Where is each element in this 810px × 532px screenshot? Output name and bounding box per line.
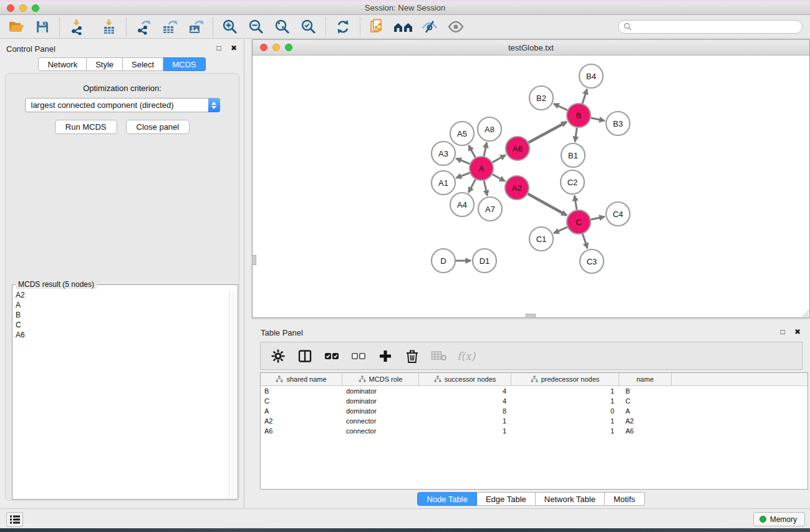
save-session-button[interactable] [32, 17, 52, 37]
table-row[interactable]: A6 connector 1 1 A6 [261, 426, 808, 436]
graph-node-B[interactable]: B [567, 104, 591, 127]
deselect-all-button[interactable] [350, 347, 367, 365]
mcds-result-list[interactable]: A2 A B C A6 [13, 290, 229, 498]
list-item[interactable]: A6 [13, 330, 229, 340]
table-settings-button[interactable] [269, 347, 287, 365]
export-image-button[interactable] [186, 17, 206, 37]
export-network-button[interactable] [133, 17, 153, 37]
table-row[interactable]: A dominator 8 0 A [261, 406, 808, 416]
graph-node-A[interactable]: A [470, 157, 493, 180]
criterion-select[interactable]: largest connected component (directed) [25, 98, 220, 112]
graph-node-C4[interactable]: C4 [606, 202, 630, 226]
graph-edge-A6-B[interactable] [529, 122, 567, 142]
graph-node-B4[interactable]: B4 [579, 64, 603, 88]
export-table-button[interactable] [160, 17, 180, 37]
graph-edge-C-C1[interactable] [554, 227, 567, 233]
scrollbar-track[interactable] [229, 290, 237, 498]
list-item[interactable]: A2 [13, 290, 229, 300]
tab-style[interactable]: Style [87, 57, 123, 71]
list-item[interactable]: A [13, 300, 229, 310]
split-columns-button[interactable] [296, 347, 314, 365]
splitter-stub-left[interactable] [252, 255, 256, 265]
function-builder-button[interactable]: f(x) [457, 347, 475, 365]
column-header-successor-nodes[interactable]: successor nodes [419, 373, 511, 385]
graph-edge-B-B3[interactable] [591, 118, 605, 121]
delete-column-button[interactable] [403, 347, 421, 365]
graph-edge-B-B4[interactable] [582, 89, 587, 104]
network-canvas[interactable]: AA1A2A3A4A5A6A7A8BB1B2B3B4CC1C2C3C4DD1 [253, 56, 809, 317]
zoom-selected-button[interactable] [299, 17, 319, 37]
graph-node-B3[interactable]: B3 [606, 112, 630, 135]
graph-edge-B-B1[interactable] [575, 128, 577, 142]
refresh-button[interactable] [333, 17, 353, 37]
graph-edge-A2-C[interactable] [528, 194, 566, 216]
graph-edge-A-A8[interactable] [484, 143, 487, 157]
graph-edge-C-C4[interactable] [591, 216, 605, 220]
new-network-from-selection-button[interactable] [367, 17, 387, 37]
show-all-button[interactable] [446, 17, 466, 37]
run-mcds-button[interactable]: Run MCDS [55, 120, 117, 134]
graph-edge-A-A4[interactable] [468, 180, 475, 193]
float-table-panel-button[interactable]: □ [778, 327, 788, 337]
table-row[interactable]: C dominator 4 1 C [261, 396, 808, 406]
graph-node-C[interactable]: C [567, 210, 591, 234]
open-session-button[interactable] [6, 17, 26, 37]
column-header-shared-name[interactable]: shared name [261, 373, 342, 385]
tab-edge-table[interactable]: Edge Table [477, 492, 536, 506]
list-item[interactable]: B [13, 310, 229, 320]
graph-edge-A-A5[interactable] [469, 145, 476, 157]
tab-mcds[interactable]: MCDS [163, 57, 205, 71]
close-panel-button[interactable]: ✖ [229, 43, 239, 53]
graph-edge-A-A1[interactable] [456, 173, 470, 178]
graph-edge-B-B2[interactable] [554, 104, 567, 110]
column-header-name[interactable]: name [619, 373, 672, 385]
graph-edge-C-C2[interactable] [574, 196, 577, 210]
graph-node-C3[interactable]: C3 [580, 249, 604, 273]
close-panel-action-button[interactable]: Close panel [126, 120, 190, 134]
network-window-titlebar[interactable]: testGlobe.txt [253, 40, 809, 56]
import-network-button[interactable] [67, 17, 87, 37]
graph-node-A8[interactable]: A8 [478, 117, 501, 141]
column-header-predecessor-nodes[interactable]: predecessor nodes [511, 373, 619, 385]
select-all-button[interactable] [323, 347, 340, 365]
float-panel-button[interactable]: □ [214, 43, 224, 53]
tab-network[interactable]: Network [38, 57, 87, 71]
graph-node-A6[interactable]: A6 [506, 137, 529, 160]
tab-motifs[interactable]: Motifs [605, 492, 645, 506]
splitter-stub-bottom[interactable] [526, 314, 536, 318]
table-row[interactable]: A2 connector 1 1 A2 [261, 416, 808, 426]
graph-node-C1[interactable]: C1 [529, 227, 553, 251]
delete-table-button[interactable] [430, 347, 448, 365]
zoom-out-button[interactable] [246, 17, 266, 37]
import-table-button[interactable] [99, 17, 119, 37]
graph-node-A5[interactable]: A5 [450, 122, 474, 145]
graph-edge-A-A3[interactable] [456, 158, 470, 164]
graph-node-D1[interactable]: D1 [473, 249, 496, 273]
zoom-in-button[interactable] [220, 17, 240, 37]
tab-select[interactable]: Select [123, 57, 163, 71]
close-table-panel-button[interactable]: ✖ [793, 327, 803, 337]
tab-node-table[interactable]: Node Table [417, 492, 477, 506]
graph-node-A4[interactable]: A4 [450, 193, 474, 216]
graph-node-A7[interactable]: A7 [478, 197, 502, 221]
graph-node-A2[interactable]: A2 [505, 176, 529, 200]
zoom-fit-button[interactable] [272, 17, 292, 37]
graph-node-C2[interactable]: C2 [561, 170, 584, 194]
task-history-button[interactable] [6, 512, 23, 527]
list-item[interactable]: C [13, 320, 229, 330]
add-column-button[interactable] [377, 347, 394, 365]
memory-button[interactable]: Memory [753, 512, 805, 526]
graph-edge-A-A7[interactable] [484, 181, 487, 196]
resize-grip[interactable] [801, 309, 809, 317]
houses-button[interactable] [393, 17, 413, 37]
graph-edge-A-A2[interactable] [493, 175, 505, 181]
graph-edge-A-A6[interactable] [493, 155, 506, 163]
global-search-field[interactable] [618, 20, 803, 34]
hide-selected-button[interactable] [420, 17, 440, 37]
tab-network-table[interactable]: Network Table [536, 492, 605, 506]
graph-node-D[interactable]: D [432, 249, 455, 273]
search-input[interactable] [635, 22, 797, 31]
graph-node-B1[interactable]: B1 [561, 143, 585, 167]
graph-node-A3[interactable]: A3 [432, 142, 455, 165]
table-row[interactable]: B dominator 4 1 B [261, 386, 808, 396]
